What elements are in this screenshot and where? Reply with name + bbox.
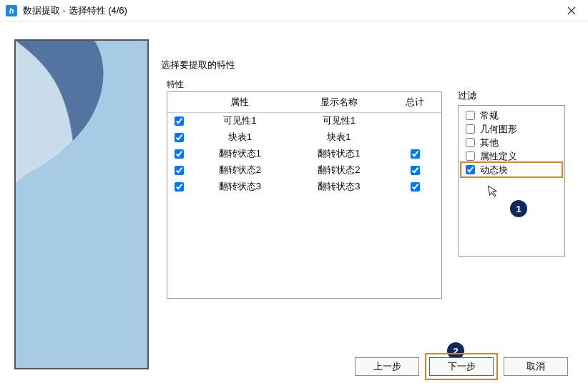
app-icon: h	[6, 5, 17, 16]
filter-item[interactable]: 动态块	[460, 161, 563, 178]
filter-group: 过滤 常规几何图形其他属性定义动态块	[458, 89, 565, 257]
column-header-total[interactable]: 总计	[388, 92, 441, 112]
display-cell: 块表1	[290, 129, 389, 146]
total-checkbox[interactable]	[411, 149, 420, 159]
filter-item-label: 几何图形	[480, 123, 517, 136]
instruction-label: 选择要提取的特性	[161, 59, 235, 71]
row-select-checkbox[interactable]	[175, 133, 184, 142]
display-cell: 翻转状态1	[290, 146, 389, 162]
wizard-preview	[14, 39, 149, 369]
button-bar: 上一步 下一步 取消	[355, 357, 568, 376]
filter-item-label: 其他	[480, 136, 499, 149]
row-select-checkbox[interactable]	[175, 166, 184, 175]
attr-cell: 翻转状态3	[190, 179, 290, 195]
window-title: 数据提取 - 选择特性 (4/6)	[23, 4, 561, 17]
page-curl-illustration	[16, 41, 147, 368]
close-button[interactable]	[561, 0, 582, 21]
filter-item-label: 动态块	[480, 164, 508, 176]
table-row[interactable]: 翻转状态1翻转状态1	[167, 146, 441, 162]
attr-cell: 翻转状态1	[190, 146, 290, 162]
display-cell: 翻转状态3	[290, 179, 389, 195]
table-row[interactable]: 块表1块表1	[167, 129, 441, 146]
dialog-content: 选择要提取的特性 特性 属性 显示名称 总计 可见性1可见性1块表1块表1翻转状…	[0, 21, 588, 383]
prev-button[interactable]: 上一步	[355, 357, 419, 376]
next-button[interactable]: 下一步	[429, 357, 494, 376]
column-header-attr[interactable]: 属性	[190, 92, 290, 112]
filter-checkbox[interactable]	[466, 111, 475, 120]
row-select-checkbox[interactable]	[175, 149, 184, 159]
filter-label: 过滤	[458, 89, 565, 102]
close-icon	[567, 6, 576, 15]
table-row[interactable]: 翻转状态3翻转状态3	[167, 179, 441, 195]
display-cell: 可见性1	[290, 112, 389, 129]
filter-item[interactable]: 几何图形	[461, 122, 562, 136]
filter-item[interactable]: 其他	[461, 136, 562, 149]
titlebar: h 数据提取 - 选择特性 (4/6)	[0, 0, 588, 21]
filter-item-label: 常规	[480, 109, 499, 122]
filter-item[interactable]: 常规	[461, 109, 562, 122]
total-cell	[388, 179, 441, 195]
filter-item-label: 属性定义	[480, 150, 517, 163]
total-cell	[388, 162, 441, 179]
filter-list[interactable]: 常规几何图形其他属性定义动态块	[458, 105, 565, 257]
cancel-button[interactable]: 取消	[504, 357, 568, 376]
table-row[interactable]: 可见性1可见性1	[167, 112, 441, 129]
total-cell	[388, 129, 441, 146]
total-cell	[388, 112, 441, 129]
column-header-display[interactable]: 显示名称	[290, 92, 389, 112]
total-cell	[388, 146, 441, 162]
properties-table[interactable]: 属性 显示名称 总计 可见性1可见性1块表1块表1翻转状态1翻转状态1翻转状态2…	[167, 91, 442, 299]
attr-cell: 块表1	[190, 129, 290, 146]
row-select-checkbox[interactable]	[175, 116, 184, 126]
attr-cell: 可见性1	[190, 112, 290, 129]
column-header-checkbox	[167, 92, 190, 112]
filter-checkbox[interactable]	[466, 165, 475, 174]
row-select-checkbox[interactable]	[175, 182, 184, 192]
table-row[interactable]: 翻转状态2翻转状态2	[167, 162, 441, 179]
attr-cell: 翻转状态2	[190, 162, 290, 179]
display-cell: 翻转状态2	[290, 162, 389, 179]
filter-checkbox[interactable]	[466, 151, 475, 161]
filter-checkbox[interactable]	[466, 138, 475, 147]
total-checkbox[interactable]	[411, 182, 420, 192]
properties-group-label: 特性	[167, 79, 184, 91]
filter-checkbox[interactable]	[466, 124, 475, 134]
total-checkbox[interactable]	[411, 166, 420, 175]
